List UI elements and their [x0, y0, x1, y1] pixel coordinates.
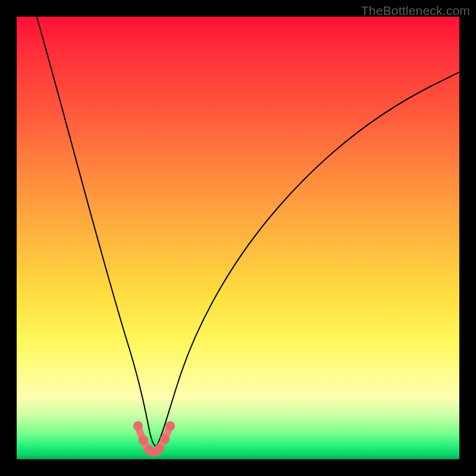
marker-dot	[133, 421, 143, 431]
marker-dot	[160, 434, 170, 444]
marker-dot	[155, 444, 164, 453]
bottleneck-curve	[33, 5, 459, 446]
attribution-text: TheBottleneck.com	[361, 4, 470, 18]
marker-dot	[139, 436, 148, 445]
marker-dot	[165, 421, 175, 431]
chart-svg	[17, 17, 459, 459]
chart-frame	[17, 17, 459, 459]
